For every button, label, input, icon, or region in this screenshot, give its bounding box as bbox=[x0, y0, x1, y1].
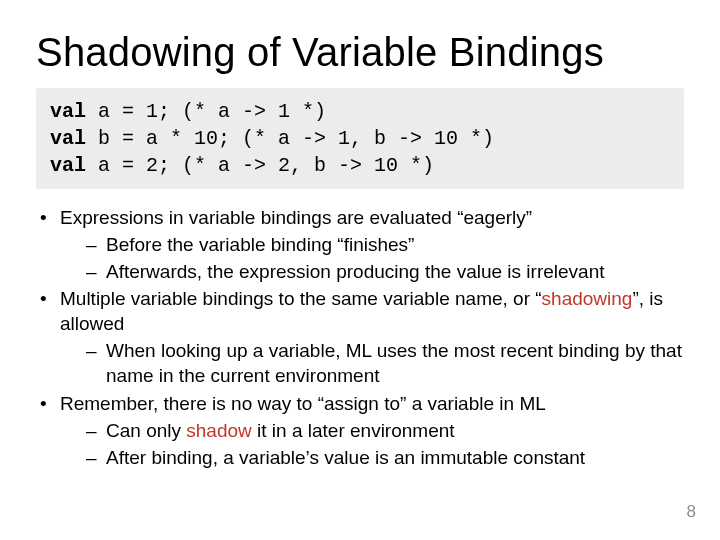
code-block: val a = 1; (* a -> 1 *) val b = a * 10; … bbox=[36, 88, 684, 189]
slide: Shadowing of Variable Bindings val a = 1… bbox=[0, 0, 720, 540]
page-number: 8 bbox=[687, 502, 696, 522]
code-kw-3: val bbox=[50, 154, 86, 177]
bullet-1-text: Expressions in variable bindings are eva… bbox=[60, 207, 532, 228]
bullet-2a: When looking up a variable, ML uses the … bbox=[84, 338, 684, 388]
slide-title: Shadowing of Variable Bindings bbox=[36, 30, 684, 74]
bullet-1a: Before the variable binding “finishes” bbox=[84, 232, 684, 257]
code-line-1: a = 1; (* a -> 1 *) bbox=[86, 100, 326, 123]
bullet-3a: Can only shadow it in a later environmen… bbox=[84, 418, 684, 443]
code-kw-1: val bbox=[50, 100, 86, 123]
bullet-3a-pre: Can only bbox=[106, 420, 186, 441]
code-line-2: b = a * 10; (* a -> 1, b -> 10 *) bbox=[86, 127, 494, 150]
bullet-3-text: Remember, there is no way to “assign to”… bbox=[60, 393, 546, 414]
bullet-2-pre: Multiple variable bindings to the same v… bbox=[60, 288, 542, 309]
code-kw-2: val bbox=[50, 127, 86, 150]
bullet-2: Multiple variable bindings to the same v… bbox=[36, 286, 684, 388]
bullet-3: Remember, there is no way to “assign to”… bbox=[36, 391, 684, 470]
code-line-3: a = 2; (* a -> 2, b -> 10 *) bbox=[86, 154, 434, 177]
bullet-3a-hl: shadow bbox=[186, 420, 252, 441]
bullet-3a-post: it in a later environment bbox=[252, 420, 455, 441]
bullet-1: Expressions in variable bindings are eva… bbox=[36, 205, 684, 284]
bullet-list: Expressions in variable bindings are eva… bbox=[36, 205, 684, 470]
bullet-1b: Afterwards, the expression producing the… bbox=[84, 259, 684, 284]
bullet-2-hl: shadowing bbox=[542, 288, 633, 309]
bullet-3b: After binding, a variable’s value is an … bbox=[84, 445, 684, 470]
